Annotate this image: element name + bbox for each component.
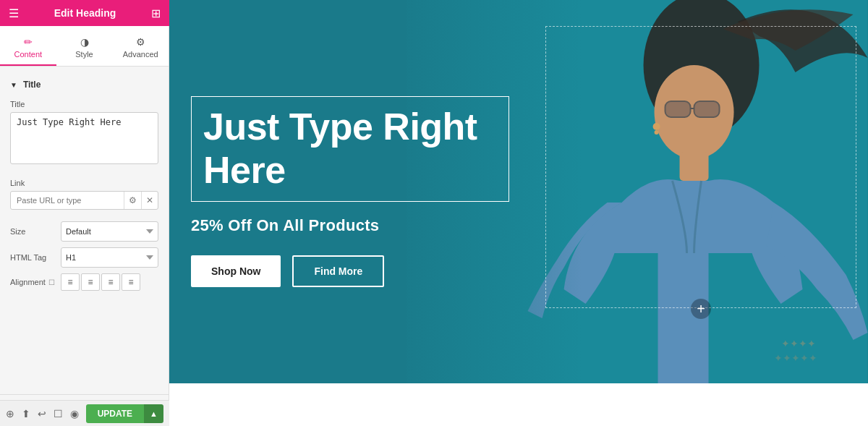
below-hero <box>169 383 868 426</box>
title-section-header[interactable]: ▼ Title <box>0 75 169 94</box>
alignment-label: Alignment <box>10 278 46 286</box>
tab-style-label: Style <box>75 50 93 59</box>
sidebar: ☰ Edit Heading ⊞ ✏ Content ◑ Style ⚙ Adv… <box>0 0 169 426</box>
bottom-icon-5[interactable]: ◉ <box>70 408 79 419</box>
hero-title: Just Type Right Here <box>203 106 497 192</box>
html-tag-select[interactable]: H1 H2 H3 H4 H5 H6 div span p <box>61 247 158 268</box>
bottom-icon-1[interactable]: ⊕ <box>6 408 14 419</box>
title-field-label: Title <box>10 100 158 108</box>
link-row: ⚙ ✕ <box>10 191 158 210</box>
align-justify-button[interactable]: ≡ <box>122 273 140 291</box>
alignment-buttons: ≡ ≡ ≡ ≡ <box>61 273 140 291</box>
link-clear-button[interactable]: ✕ <box>141 192 158 209</box>
advanced-icon: ⚙ <box>136 36 145 48</box>
add-element-button[interactable]: + <box>691 299 711 319</box>
hero-subtitle: 25% Off On All Products <box>191 216 509 235</box>
size-select[interactable]: Default Small Medium Large XL XXL <box>61 221 158 242</box>
link-field-label: Link <box>10 179 158 187</box>
bottom-bar-icons: ⊕ ⬆ ↩ ☐ ◉ <box>6 408 79 419</box>
tab-style[interactable]: ◑ Style <box>56 32 113 66</box>
html-tag-label: HTML Tag <box>10 253 61 262</box>
style-icon: ◑ <box>80 36 89 48</box>
sidebar-tabs: ✏ Content ◑ Style ⚙ Advanced <box>0 26 169 67</box>
tab-advanced[interactable]: ⚙ Advanced <box>112 32 169 66</box>
bottom-icon-4[interactable]: ☐ <box>54 408 63 419</box>
tab-advanced-label: Advanced <box>123 50 158 59</box>
topbar: ☰ Edit Heading ⊞ <box>0 0 169 26</box>
hero-content: Just Type Right Here 25% Off On All Prod… <box>169 67 531 316</box>
size-row: Size Default Small Medium Large XL XXL <box>10 221 158 242</box>
title-textarea[interactable]: Just Type Right Here <box>10 112 158 164</box>
link-settings-button[interactable]: ⚙ <box>124 192 141 209</box>
size-label: Size <box>10 227 61 236</box>
hero-buttons: Shop Now Find More <box>191 255 509 287</box>
title-field-group: Title Just Type Right Here <box>0 94 169 173</box>
align-left-button[interactable]: ≡ <box>61 273 80 291</box>
bottom-icon-2[interactable]: ⬆ <box>22 408 30 419</box>
link-input[interactable] <box>11 192 124 208</box>
link-field-group: Link ⚙ ✕ <box>0 173 169 216</box>
update-btn-group: UPDATE ▲ <box>86 404 163 423</box>
main-area: ✦✦✦✦ ✦✦✦✦✦ Just Type Right Here 25% Off … <box>169 0 868 426</box>
update-dropdown-button[interactable]: ▲ <box>144 404 163 423</box>
tab-content[interactable]: ✏ Content <box>0 32 56 66</box>
content-icon: ✏ <box>24 36 33 48</box>
alignment-row: Alignment ☐ ≡ ≡ ≡ ≡ <box>10 273 158 291</box>
section-arrow: ▼ <box>10 81 17 89</box>
hero-banner: ✦✦✦✦ ✦✦✦✦✦ Just Type Right Here 25% Off … <box>169 0 868 383</box>
align-right-button[interactable]: ≡ <box>101 273 120 291</box>
html-tag-row: HTML Tag H1 H2 H3 H4 H5 H6 div span p <box>10 247 158 268</box>
update-button[interactable]: UPDATE <box>86 404 144 423</box>
align-center-button[interactable]: ≡ <box>81 273 100 291</box>
topbar-title: Edit Heading <box>27 7 142 19</box>
size-field-group: Size Default Small Medium Large XL XXL H… <box>0 216 169 302</box>
section-label: Title <box>23 80 41 90</box>
alignment-label-area: Alignment ☐ <box>10 278 61 286</box>
responsive-icon: ☐ <box>48 278 55 286</box>
bottom-bar: ⊕ ⬆ ↩ ☐ ◉ UPDATE ▲ <box>0 400 169 426</box>
heading-selection-box[interactable]: Just Type Right Here <box>191 96 509 202</box>
tab-content-label: Content <box>14 50 43 59</box>
grid-icon[interactable]: ⊞ <box>142 7 169 20</box>
bottom-icon-3[interactable]: ↩ <box>38 408 46 419</box>
hamburger-icon[interactable]: ☰ <box>0 7 27 20</box>
find-more-button[interactable]: Find More <box>292 255 384 287</box>
sidebar-content: ▼ Title Title Just Type Right Here Link … <box>0 67 169 394</box>
shop-now-button[interactable]: Shop Now <box>191 255 281 287</box>
